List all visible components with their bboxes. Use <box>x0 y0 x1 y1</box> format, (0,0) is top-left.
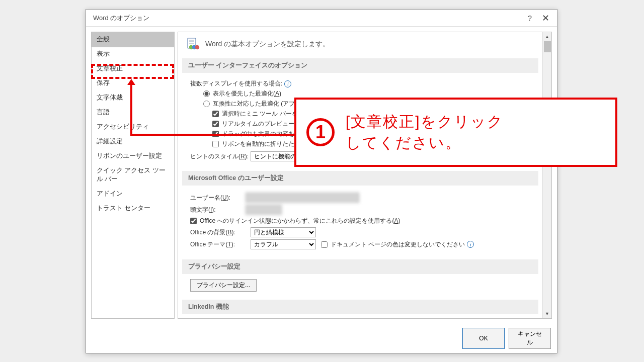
sidebar-item-customize-ribbon[interactable]: リボンのユーザー設定 <box>92 149 174 163</box>
info-icon[interactable]: i <box>329 131 336 138</box>
radio-display-optimized-label: 表示を優先した最適化(A) <box>213 89 281 98</box>
section-header-privacy: プライバシー設定 <box>182 259 538 274</box>
hint-style-label: ヒントのスタイル(R): <box>190 152 249 161</box>
help-icon[interactable]: ? <box>528 14 532 22</box>
checkbox-collapse-ribbon[interactable] <box>212 141 219 147</box>
sidebar: 全般 表示 文章校正 保存 文字体裁 言語 アクセシビリティ 詳細設定 リボンの… <box>91 32 175 319</box>
sidebar-item-accessibility[interactable]: アクセシビリティ <box>92 120 174 134</box>
dialog-footer: OK キャンセル <box>86 324 557 353</box>
sidebar-item-advanced[interactable]: 詳細設定 <box>92 134 174 149</box>
sidebar-item-trust-center[interactable]: トラスト センター <box>92 201 174 216</box>
checkbox-always-use-settings-label: Office へのサインイン状態にかかわらず、常にこれらの設定を使用する(A) <box>200 217 400 225</box>
radio-display-optimized[interactable] <box>203 90 210 97</box>
office-theme-label: Office テーマ(T): <box>190 240 251 249</box>
dialog-title: Word のオプション <box>93 14 149 23</box>
sidebar-item-addins[interactable]: アドイン <box>92 187 174 201</box>
section-header-linkedin: LinkedIn 機能 <box>182 300 538 314</box>
section-header-office-user: Microsoft Office のユーザー設定 <box>182 171 538 186</box>
checkbox-mini-toolbar-label: 選択時にミニ ツール バーを表示する(M) <box>222 110 331 118</box>
checkbox-update-drag-label: ドラッグ中も文書の内容を更新する(D) <box>222 130 327 138</box>
checkbox-update-drag[interactable] <box>212 131 219 137</box>
privacy-settings-button[interactable]: プライバシー設定... <box>190 279 257 292</box>
content-pane: Word の基本オプションを設定します。 ユーザー インターフェイスのオプション… <box>178 32 542 318</box>
sidebar-item-display[interactable]: 表示 <box>92 47 174 61</box>
sidebar-item-quick-access[interactable]: クイック アクセス ツール バー <box>92 163 174 187</box>
close-icon[interactable]: ✕ <box>539 13 552 24</box>
sidebar-item-proofing[interactable]: 文章校正 <box>92 61 174 76</box>
info-icon[interactable]: i <box>311 141 318 148</box>
initials-input[interactable] <box>246 205 282 215</box>
cancel-button[interactable]: キャンセル <box>509 328 551 349</box>
scroll-up-icon[interactable]: ▲ <box>543 32 551 41</box>
section-header-ui: ユーザー インターフェイスのオプション <box>182 58 538 73</box>
username-label: ユーザー名(U): <box>190 194 246 202</box>
initials-label: 頭文字(I): <box>190 206 246 214</box>
username-input[interactable] <box>246 193 359 203</box>
scroll-thumb[interactable] <box>544 41 551 52</box>
info-icon[interactable]: i <box>333 111 340 118</box>
word-options-dialog: Word のオプション ? ✕ 全般 表示 文章校正 保存 文字体裁 言語 アク… <box>86 9 557 353</box>
scroll-down-icon[interactable]: ▼ <box>543 309 551 318</box>
radio-compatibility-label: 互換性に対応した最適化 (アプリケー <box>213 100 313 108</box>
sidebar-item-general[interactable]: 全般 <box>91 32 175 47</box>
checkbox-collapse-ribbon-label: リボンを自動的に折りたたむ(N) <box>222 140 309 148</box>
multi-display-label: 複数ディスプレイを使用する場合: <box>190 79 282 88</box>
checkbox-live-preview-label: リアルタイムのプレビュー表示機能を有効に <box>222 120 343 128</box>
info-icon[interactable]: i <box>284 80 291 87</box>
svg-point-6 <box>195 45 199 49</box>
office-background-combo[interactable]: 円と縞模様 <box>251 227 316 237</box>
titlebar: Word のオプション ? ✕ <box>86 10 557 27</box>
checkbox-always-use-settings[interactable] <box>190 218 197 224</box>
page-header-text: Word の基本オプションを設定します。 <box>205 40 330 49</box>
sidebar-item-typography[interactable]: 文字体裁 <box>92 90 174 105</box>
ok-button[interactable]: OK <box>462 328 505 349</box>
sidebar-item-save[interactable]: 保存 <box>92 76 174 90</box>
options-header-icon <box>186 37 200 51</box>
checkbox-live-preview[interactable] <box>212 121 219 127</box>
radio-compatibility[interactable] <box>203 101 210 107</box>
office-background-label: Office の背景(B): <box>190 228 251 237</box>
sidebar-item-language[interactable]: 言語 <box>92 105 174 120</box>
checkbox-doc-page-color-label: ドキュメント ページの色は変更しないでください <box>331 240 465 249</box>
hint-style-combo[interactable]: ヒントに機能の説明を表示する <box>251 151 341 161</box>
office-theme-combo[interactable]: カラフル <box>251 239 316 249</box>
checkbox-doc-page-color[interactable] <box>321 241 328 248</box>
checkbox-mini-toolbar[interactable] <box>212 111 219 117</box>
vertical-scrollbar[interactable]: ▲ ▼ <box>542 32 551 318</box>
info-icon[interactable]: i <box>467 241 474 248</box>
